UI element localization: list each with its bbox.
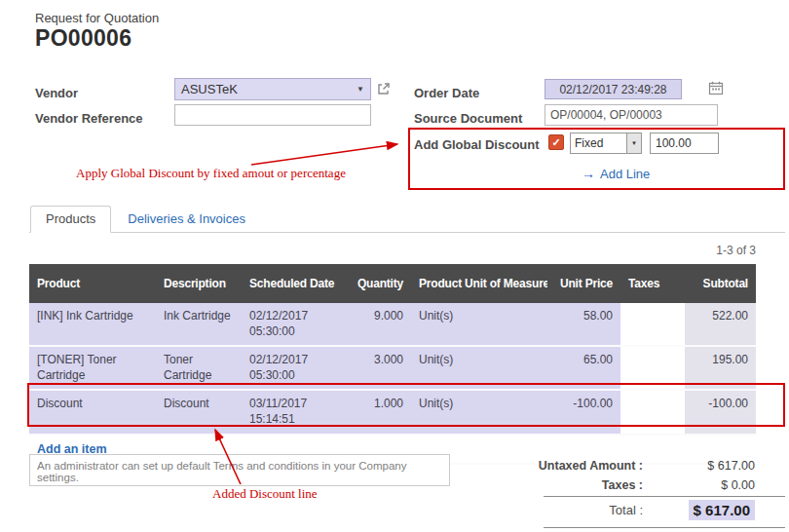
- col-product: Product: [29, 264, 156, 303]
- untaxed-amount-label: Untaxed Amount :: [507, 459, 643, 473]
- col-uom: Product Unit of Measure: [411, 264, 547, 303]
- cell-scheduled-date[interactable]: 02/12/2017 05:30:00: [242, 346, 343, 390]
- calendar-icon[interactable]: [708, 81, 724, 95]
- col-quantity: Quantity: [343, 264, 411, 303]
- untaxed-amount-value: $ 617.00: [643, 459, 755, 473]
- cell-description[interactable]: Ink Cartridge: [156, 303, 242, 346]
- cell-unit-price[interactable]: 58.00: [547, 303, 620, 346]
- taxes-label: Taxes :: [507, 478, 643, 492]
- global-discount-checkbox[interactable]: ✓: [548, 134, 564, 150]
- order-line-row-2[interactable]: [TONER] Toner Cartridge Toner Cartridge …: [29, 346, 756, 390]
- col-unit-price: Unit Price: [547, 264, 620, 303]
- order-lines-table: Product Description Scheduled Date Quant…: [29, 264, 756, 465]
- cell-uom[interactable]: Unit(s): [411, 303, 547, 346]
- cell-quantity[interactable]: 1.000: [343, 390, 411, 434]
- cell-taxes[interactable]: [620, 390, 685, 434]
- col-scheduled-date: Scheduled Date: [242, 264, 343, 303]
- cell-taxes[interactable]: [620, 346, 685, 390]
- dropdown-arrow-icon: ▼: [626, 133, 641, 153]
- rfq-form-page: Request for Quotation PO00006 Vendor ASU…: [0, 0, 789, 532]
- cell-product[interactable]: Discount: [29, 390, 156, 434]
- cell-uom[interactable]: Unit(s): [411, 346, 547, 390]
- cell-description[interactable]: Toner Cartridge: [156, 346, 242, 390]
- total-label: Total :: [507, 503, 643, 517]
- vendor-value: ASUSTeK: [181, 82, 238, 96]
- external-link-icon[interactable]: [377, 82, 391, 95]
- vendor-reference-input[interactable]: [174, 104, 371, 126]
- taxes-value: $ 0.00: [643, 478, 755, 492]
- order-date-label: Order Date: [414, 86, 479, 100]
- cell-product[interactable]: [TONER] Toner Cartridge: [29, 346, 156, 390]
- doc-type-label: Request for Quotation: [35, 11, 159, 25]
- vendor-label: Vendor: [35, 86, 78, 100]
- discount-type-select[interactable]: Fixed ▼: [570, 133, 642, 154]
- totals-divider-top: [544, 496, 785, 497]
- discount-type-value: Fixed: [571, 133, 626, 153]
- cell-taxes[interactable]: [620, 303, 685, 346]
- cell-subtotal[interactable]: 195.00: [685, 346, 756, 390]
- source-document-label: Source Document: [414, 111, 522, 126]
- terms-conditions-textarea[interactable]: An administrator can set up default Term…: [29, 454, 450, 486]
- total-row: Total : $ 617.00: [507, 500, 755, 520]
- vendor-select[interactable]: ASUSTeK ▼: [174, 78, 371, 100]
- table-header-row: Product Description Scheduled Date Quant…: [29, 264, 756, 303]
- arrow-right-icon: →: [582, 166, 595, 181]
- col-taxes: Taxes: [620, 264, 685, 303]
- cell-scheduled-date[interactable]: 03/11/2017 15:14:51: [242, 390, 343, 434]
- annotation-global-discount: Apply Global Discount by fixed amout or …: [76, 166, 346, 181]
- add-line-label: Add Line: [600, 167, 650, 181]
- cell-quantity[interactable]: 9.000: [343, 303, 411, 346]
- cell-product[interactable]: [INK] Ink Cartridge: [29, 303, 156, 346]
- global-discount-label: Add Global Discount: [414, 137, 540, 152]
- cell-description[interactable]: Discount: [156, 390, 242, 434]
- cell-unit-price[interactable]: -100.00: [547, 390, 620, 434]
- vendor-reference-label: Vendor Reference: [35, 111, 143, 126]
- add-line-button[interactable]: → Add Line: [582, 166, 650, 181]
- checkmark-icon: ✓: [551, 136, 560, 148]
- annotation-discount-line: Added Discount line: [212, 486, 318, 502]
- taxes-row: Taxes : $ 0.00: [507, 478, 755, 492]
- notebook-tabs: Products Deliveries & Invoices: [29, 206, 785, 233]
- cell-quantity[interactable]: 3.000: [343, 346, 411, 390]
- cell-subtotal[interactable]: -100.00: [685, 390, 756, 434]
- pager: 1-3 of 3: [639, 244, 756, 257]
- tab-products[interactable]: Products: [30, 206, 111, 233]
- col-subtotal: Subtotal: [685, 264, 756, 303]
- source-document-input[interactable]: [545, 104, 718, 126]
- cell-uom[interactable]: Unit(s): [411, 390, 547, 434]
- doc-number-title: PO00006: [35, 25, 132, 52]
- tab-deliveries-invoices[interactable]: Deliveries & Invoices: [113, 206, 260, 232]
- cell-unit-price[interactable]: 65.00: [547, 346, 620, 390]
- order-line-row-1[interactable]: [INK] Ink Cartridge Ink Cartridge 02/12/…: [29, 303, 756, 346]
- terms-placeholder: An administrator can set up default Term…: [37, 460, 407, 483]
- untaxed-amount-row: Untaxed Amount : $ 617.00: [507, 459, 755, 473]
- total-value: $ 617.00: [689, 500, 755, 520]
- totals-divider-bottom: [544, 527, 785, 528]
- col-description: Description: [156, 264, 242, 303]
- chevron-down-icon: ▼: [357, 85, 364, 94]
- cell-scheduled-date[interactable]: 02/12/2017 05:30:00: [242, 303, 343, 346]
- cell-subtotal[interactable]: 522.00: [685, 303, 756, 346]
- order-line-row-discount[interactable]: Discount Discount 03/11/2017 15:14:51 1.…: [29, 390, 756, 434]
- discount-amount-input[interactable]: [650, 133, 719, 154]
- order-date-input[interactable]: [545, 79, 682, 99]
